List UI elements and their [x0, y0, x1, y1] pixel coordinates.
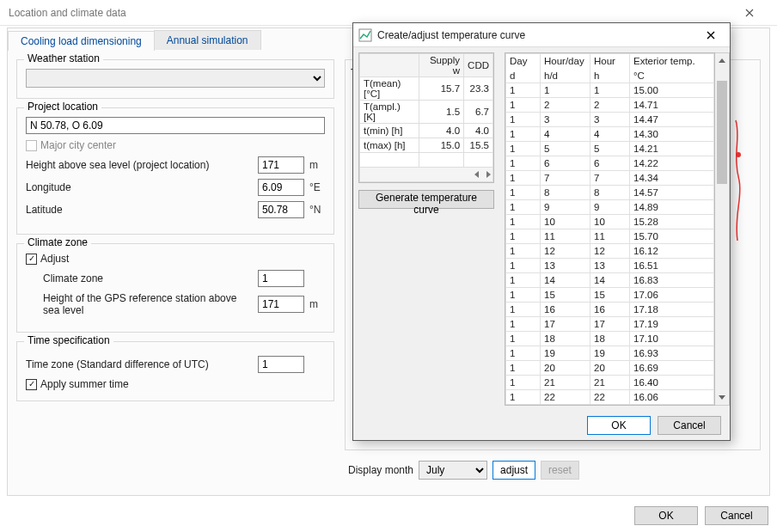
svg-point-0 — [736, 152, 741, 157]
scroll-up-icon[interactable] — [715, 53, 729, 68]
adjust-button[interactable]: adjust — [493, 461, 535, 480]
param-name: T(mean) [°C] — [360, 77, 419, 101]
tz-input[interactable] — [258, 356, 304, 373]
height-label: Height above sea level (project location… — [26, 159, 253, 171]
lon-input[interactable] — [258, 179, 304, 196]
param-col-supply: Supply w — [419, 54, 463, 77]
grid-scrollbar[interactable] — [715, 52, 730, 406]
major-city-checkbox[interactable] — [26, 140, 37, 151]
table-row[interactable]: 1101015.28 — [506, 215, 714, 229]
major-city-label: Major city center — [40, 139, 116, 151]
cz-input[interactable] — [258, 270, 304, 287]
display-row: Display month July adjust reset — [345, 461, 761, 480]
table-row[interactable]: 1171717.19 — [506, 317, 714, 332]
generate-curve-button[interactable]: Generate temperature curve — [358, 190, 494, 209]
table-row[interactable]: 1181817.10 — [506, 332, 714, 346]
temperature-grid[interactable]: Day Hour/day Hour Exterior temp. d h/d h… — [505, 52, 715, 406]
weather-station-group: Weather station — [16, 59, 334, 99]
tab-cooling[interactable]: Cooling load dimensioning — [8, 31, 155, 51]
temp-curve-dialog: Create/adjust temperature curve Supply w… — [352, 22, 731, 441]
param-name: t(min) [h] — [360, 124, 419, 138]
table-row[interactable]: 1121216.12 — [506, 244, 714, 259]
table-row[interactable]: 1212116.40 — [506, 376, 714, 390]
main-ok-button[interactable]: OK — [634, 506, 698, 525]
table-row[interactable]: 1202016.69 — [506, 361, 714, 376]
scroll-right-icon[interactable] — [486, 171, 491, 178]
table-row[interactable]: 15514.21 — [506, 142, 714, 156]
table-row[interactable]: 16614.22 — [506, 156, 714, 171]
lat-input[interactable] — [258, 201, 304, 218]
lon-label: Longitude — [26, 181, 253, 193]
table-row[interactable]: 1111115.70 — [506, 229, 714, 244]
param-b[interactable]: 15.5 — [464, 138, 493, 153]
table-row[interactable]: 13314.47 — [506, 113, 714, 127]
param-b[interactable]: 4.0 — [464, 124, 493, 138]
table-row[interactable]: 14414.30 — [506, 127, 714, 142]
col-temp: Exterior temp. — [630, 54, 714, 69]
time-spec-title: Time specification — [24, 334, 113, 346]
table-row[interactable]: 17714.34 — [506, 171, 714, 186]
col-day: Day — [506, 54, 541, 69]
table-row[interactable]: 1222216.06 — [506, 390, 714, 405]
param-name: t(max) [h] — [360, 138, 419, 153]
weather-station-title: Weather station — [24, 52, 103, 64]
main-cancel-button[interactable]: Cancel — [705, 506, 768, 525]
col-hour: Hour — [590, 54, 630, 69]
lon-unit: °E — [309, 181, 325, 193]
param-a[interactable]: 15.7 — [419, 77, 463, 101]
coords-input[interactable] — [26, 117, 325, 134]
gps-unit: m — [309, 298, 325, 310]
param-b[interactable]: 23.3 — [464, 77, 493, 101]
climate-zone-group: Climate zone Adjust Climate zone Height … — [16, 243, 334, 333]
tz-label: Time zone (Standard difference of UTC) — [26, 358, 253, 370]
project-location-group: Project location Major city center Heigh… — [16, 107, 334, 235]
gps-label: Height of the GPS reference station abov… — [43, 292, 253, 316]
modal-cancel-button[interactable]: Cancel — [658, 416, 721, 435]
adjust-label: Adjust — [40, 253, 69, 265]
table-row[interactable]: 11115.00 — [506, 83, 714, 98]
table-row[interactable]: 1161617.18 — [506, 303, 714, 317]
scroll-left-icon[interactable] — [474, 171, 479, 178]
project-location-title: Project location — [24, 101, 101, 113]
modal-ok-button[interactable]: OK — [587, 416, 651, 435]
param-a[interactable]: 15.0 — [419, 138, 463, 153]
param-a[interactable]: 1.5 — [419, 101, 463, 124]
table-row[interactable]: 1191916.93 — [506, 346, 714, 361]
height-unit: m — [309, 159, 325, 171]
reset-button: reset — [541, 461, 579, 480]
param-name: T(ampl.) [K] — [360, 101, 419, 124]
tab-annual[interactable]: Annual simulation — [154, 30, 261, 50]
scroll-down-icon[interactable] — [715, 390, 729, 405]
col-hourday: Hour/day — [541, 54, 590, 69]
table-row[interactable]: 1131316.51 — [506, 259, 714, 273]
table-row[interactable]: 18814.57 — [506, 186, 714, 200]
adjust-checkbox[interactable] — [26, 254, 37, 265]
summer-label: Apply summer time — [40, 378, 129, 390]
modal-title: Create/adjust temperature curve — [377, 29, 697, 41]
table-row[interactable]: 1151517.06 — [506, 288, 714, 303]
gps-input[interactable] — [258, 296, 304, 313]
main-title: Location and climate data — [9, 0, 126, 26]
display-label: Display month — [348, 464, 413, 476]
scroll-thumb[interactable] — [717, 81, 727, 184]
param-grid[interactable]: Supply w CDD T(mean) [°C] 15.7 23.3T(amp… — [358, 52, 494, 183]
param-col-cdd: CDD — [464, 54, 493, 77]
param-a[interactable]: 4.0 — [419, 124, 463, 138]
lat-unit: °N — [309, 204, 325, 216]
chart-icon — [358, 28, 372, 42]
month-select[interactable]: July — [419, 461, 487, 480]
table-row[interactable]: 1141416.83 — [506, 273, 714, 288]
weather-station-combo[interactable] — [26, 69, 325, 88]
table-row[interactable]: 19914.89 — [506, 200, 714, 215]
modal-close-icon[interactable] — [697, 25, 725, 46]
close-icon[interactable] — [730, 0, 768, 26]
summer-checkbox[interactable] — [26, 379, 37, 390]
height-input[interactable] — [258, 156, 304, 174]
climate-zone-title: Climate zone — [24, 236, 91, 248]
table-row[interactable]: 12214.71 — [506, 98, 714, 113]
lat-label: Latitude — [26, 204, 253, 216]
param-b[interactable]: 6.7 — [464, 101, 493, 124]
cz-label: Climate zone — [43, 272, 253, 284]
time-spec-group: Time specification Time zone (Standard d… — [16, 341, 334, 401]
